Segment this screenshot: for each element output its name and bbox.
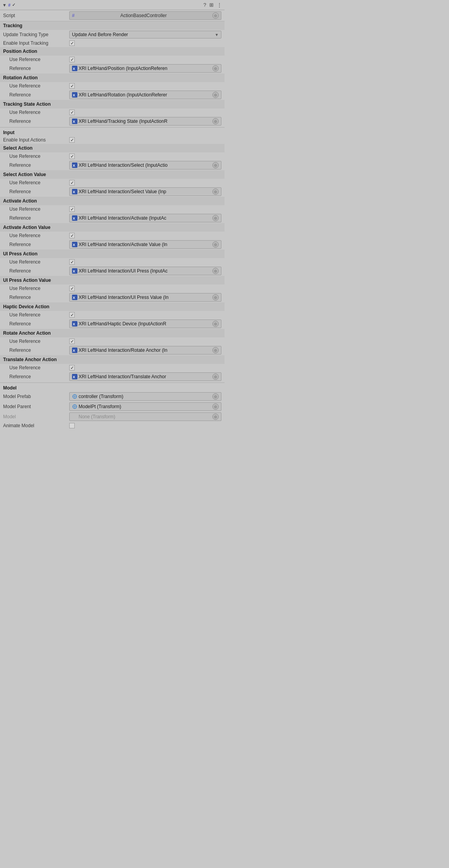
object-text-activate-value-ref: XRI LeftHand Interaction/Activate Value …	[79, 242, 211, 247]
object-field-model-parent[interactable]: ModelPt (Transform)◎	[69, 402, 221, 411]
object-circle-btn-ui-press-value-ref[interactable]: ◎	[212, 294, 219, 300]
script-field[interactable]: #ActionBasedController◎	[69, 11, 221, 20]
title-bar-left: ▼ # ✓	[2, 2, 17, 7]
object-circle-btn-model-prefab[interactable]: ◎	[212, 393, 219, 400]
object-icon-model-prefab	[72, 394, 77, 399]
dropdown-text-update-tracking-type: Update And Before Render	[72, 32, 128, 37]
value-area-tracking-ref: XXRI LeftHand/Tracking State (InputActio…	[69, 117, 221, 126]
label-position-ref: Reference	[3, 66, 69, 71]
row-select-use-ref: Use Reference✓	[0, 152, 224, 160]
checkbox-translate-anchor-use-ref[interactable]: ✓	[69, 365, 75, 370]
object-circle-btn-select-value-ref[interactable]: ◎	[212, 189, 219, 195]
checkbox-select-value-use-ref[interactable]: ✓	[69, 180, 75, 185]
object-circle-btn-tracking-ref[interactable]: ◎	[212, 118, 219, 124]
value-area-ui-press-value-ref: XXRI LeftHand Interaction/UI Press Value…	[69, 293, 221, 302]
checkbox-rotation-use-ref[interactable]: ✓	[69, 83, 75, 89]
object-field-model[interactable]: None (Transform)◎	[69, 412, 221, 421]
object-circle-btn-model[interactable]: ◎	[212, 414, 219, 420]
checkbox-haptic-use-ref[interactable]: ✓	[69, 312, 75, 318]
script-hash-icon: #	[72, 13, 75, 18]
value-area-translate-anchor-ref: XXRI LeftHand Interaction/Translate Anch…	[69, 372, 221, 381]
object-circle-btn-rotate-anchor-ref[interactable]: ◎	[212, 347, 219, 353]
row-select-ref: ReferenceXXRI LeftHand Interaction/Selec…	[0, 160, 224, 170]
label-activate-ref: Reference	[3, 215, 69, 221]
row-model: ModelNone (Transform)◎	[0, 412, 224, 422]
object-field-translate-anchor-ref[interactable]: XXRI LeftHand Interaction/Translate Anch…	[69, 372, 221, 381]
object-field-rotation-ref[interactable]: XXRI LeftHand/Rotation (InputActionRefer…	[69, 91, 221, 99]
object-icon-tracking-ref: X	[72, 119, 77, 124]
object-circle-btn-activate-value-ref[interactable]: ◎	[212, 241, 219, 248]
checkbox-activate-value-use-ref[interactable]: ✓	[69, 233, 75, 238]
checkbox-tracking-use-ref[interactable]: ✓	[69, 110, 75, 115]
section-header-haptic-header: Haptic Device Action	[0, 302, 224, 311]
svg-text:X: X	[73, 243, 75, 247]
script-circle-btn[interactable]: ◎	[212, 12, 219, 19]
object-field-rotate-anchor-ref[interactable]: XXRI LeftHand Interaction/Rotate Anchor …	[69, 346, 221, 355]
row-tracking-ref: ReferenceXXRI LeftHand/Tracking State (I…	[0, 116, 224, 126]
dropdown-update-tracking-type[interactable]: Update And Before Render▼	[69, 31, 221, 38]
checkbox-rotate-anchor-use-ref[interactable]: ✓	[69, 339, 75, 344]
object-field-activate-value-ref[interactable]: XXRI LeftHand Interaction/Activate Value…	[69, 240, 221, 249]
object-field-ui-press-value-ref[interactable]: XXRI LeftHand Interaction/UI Press Value…	[69, 293, 221, 302]
help-icon[interactable]: ?	[203, 2, 206, 8]
row-rotation-use-ref: Use Reference✓	[0, 82, 224, 90]
checkmark-position-use-ref: ✓	[70, 58, 74, 62]
checkbox-animate-model[interactable]	[69, 423, 75, 428]
value-area-ui-press-use-ref: ✓	[69, 259, 221, 265]
label-rotate-anchor-ref: Reference	[3, 348, 69, 353]
checkbox-activate-use-ref[interactable]: ✓	[69, 206, 75, 212]
object-field-position-ref[interactable]: XXRI LeftHand/Position (InputActionRefer…	[69, 64, 221, 73]
object-field-haptic-ref[interactable]: XXRI LeftHand/Haptic Device (InputAction…	[69, 320, 221, 328]
label-update-tracking-type: Update Tracking Type	[3, 32, 69, 37]
object-circle-btn-haptic-ref[interactable]: ◎	[212, 321, 219, 327]
checkmark-activate-value-use-ref: ✓	[70, 234, 74, 238]
object-circle-btn-position-ref[interactable]: ◎	[212, 65, 219, 72]
svg-text:X: X	[73, 296, 75, 300]
checkbox-enable-input-actions[interactable]: ✓	[69, 137, 75, 143]
row-rotate-anchor-ref: ReferenceXXRI LeftHand Interaction/Rotat…	[0, 345, 224, 355]
script-value-area: #ActionBasedController◎	[69, 11, 221, 20]
object-field-model-prefab[interactable]: controller (Transform)◎	[69, 392, 221, 401]
object-circle-btn-ui-press-ref[interactable]: ◎	[212, 268, 219, 274]
object-field-select-value-ref[interactable]: XXRI LeftHand Interaction/Select Value (…	[69, 187, 221, 196]
object-circle-btn-activate-ref[interactable]: ◎	[212, 215, 219, 221]
checkmark-enable-input-actions: ✓	[70, 138, 74, 142]
checkbox-select-use-ref[interactable]: ✓	[69, 154, 75, 159]
checkbox-ui-press-value-use-ref[interactable]: ✓	[69, 286, 75, 291]
checkbox-position-use-ref[interactable]: ✓	[69, 57, 75, 62]
more-icon[interactable]: ⋮	[217, 2, 222, 8]
object-circle-btn-select-ref[interactable]: ◎	[212, 162, 219, 168]
value-area-haptic-use-ref: ✓	[69, 312, 221, 318]
chevron-icon: ▼	[215, 33, 219, 37]
object-field-ui-press-ref[interactable]: XXRI LeftHand Interaction/UI Press (Inpu…	[69, 267, 221, 275]
settings-icon[interactable]: ⊞	[209, 2, 214, 8]
checkbox-enable-input-tracking[interactable]: ✓	[69, 40, 75, 46]
object-circle-btn-model-parent[interactable]: ◎	[212, 403, 219, 410]
object-circle-btn-translate-anchor-ref[interactable]: ◎	[212, 374, 219, 380]
label-haptic-ref: Reference	[3, 321, 69, 327]
object-circle-btn-rotation-ref[interactable]: ◎	[212, 92, 219, 98]
object-icon-activate-value-ref: X	[72, 242, 77, 247]
object-field-activate-ref[interactable]: XXRI LeftHand Interaction/Activate (Inpu…	[69, 214, 221, 222]
checkmark-tracking-use-ref: ✓	[70, 110, 74, 115]
object-field-tracking-ref[interactable]: XXRI LeftHand/Tracking State (InputActio…	[69, 117, 221, 126]
object-icon-rotate-anchor-ref: X	[72, 348, 77, 353]
row-activate-value-ref: ReferenceXXRI LeftHand Interaction/Activ…	[0, 239, 224, 250]
label-model: Model	[3, 414, 69, 419]
label-position-use-ref: Use Reference	[3, 57, 69, 62]
svg-text:X: X	[73, 67, 75, 71]
value-area-rotation-ref: XXRI LeftHand/Rotation (InputActionRefer…	[69, 91, 221, 99]
checkmark-haptic-use-ref: ✓	[70, 313, 74, 317]
checkbox-ui-press-use-ref[interactable]: ✓	[69, 259, 75, 265]
label-ui-press-value-ref: Reference	[3, 295, 69, 300]
checkmark-icon[interactable]: ✓	[12, 2, 16, 7]
value-area-enable-input-tracking: ✓	[69, 40, 221, 46]
row-position-ref: ReferenceXXRI LeftHand/Position (InputAc…	[0, 63, 224, 73]
arrow-icon[interactable]: ▼	[2, 3, 7, 7]
label-model-prefab: Model Prefab	[3, 394, 69, 399]
checkmark-enable-input-tracking: ✓	[70, 41, 74, 45]
section-header-rotation-action-header: Rotation Action	[0, 73, 224, 82]
section-header-translate-anchor-header: Translate Anchor Action	[0, 355, 224, 364]
row-tracking-use-ref: Use Reference✓	[0, 108, 224, 116]
object-field-select-ref[interactable]: XXRI LeftHand Interaction/Select (InputA…	[69, 161, 221, 169]
